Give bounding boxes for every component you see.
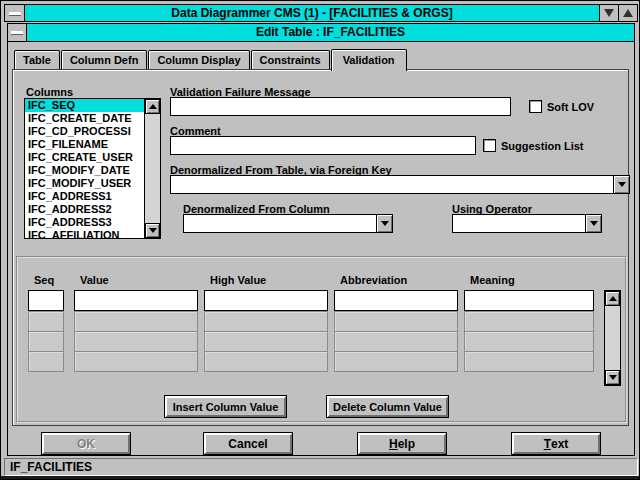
meaning-input[interactable]	[464, 290, 594, 311]
tab-bar: Table Column Defn Column Display Constra…	[14, 50, 408, 69]
grid-cell-empty	[28, 311, 64, 332]
control-menu-icon	[11, 31, 23, 34]
control-menu-icon	[9, 12, 21, 15]
tab-validation[interactable]: Validation	[331, 49, 407, 71]
columns-listbox[interactable]: IFC_SEQ IFC_CREATE_DATE IFC_CD_PROCESSI …	[24, 98, 161, 239]
tab-constraints[interactable]: Constraints	[251, 50, 330, 69]
soft-lov-label: Soft LOV	[547, 101, 594, 113]
maximize-icon	[623, 9, 633, 17]
scroll-up-icon	[149, 104, 157, 109]
list-item[interactable]: IFC_CREATE_USER	[25, 151, 144, 164]
app-window: Data Diagrammer CMS (1) - [FACILITIES & …	[0, 0, 640, 480]
list-item[interactable]: IFC_ADDRESS2	[25, 203, 144, 216]
list-item[interactable]: IFC_CD_PROCESSI	[25, 125, 144, 138]
scroll-up-icon	[609, 296, 617, 301]
ok-button[interactable]: OK	[41, 432, 131, 455]
grid-header-abbreviation: Abbreviation	[340, 274, 407, 286]
suggestion-list-label: Suggestion List	[501, 140, 584, 152]
using-operator-input[interactable]	[452, 214, 586, 233]
denormalized-from-table-dropdown-button[interactable]	[613, 175, 630, 194]
scroll-down-icon	[149, 228, 157, 233]
app-titlebar[interactable]: Data Diagrammer CMS (1) - [FACILITIES & …	[4, 4, 638, 22]
soft-lov-checkbox[interactable]	[529, 100, 542, 113]
grid-scrollbar[interactable]	[604, 290, 621, 386]
insert-column-value-button[interactable]: Insert Column Value	[164, 395, 287, 418]
help-accel: H	[389, 437, 398, 451]
denormalized-from-column-dropdown-button[interactable]	[376, 214, 393, 233]
tab-column-display[interactable]: Column Display	[148, 50, 249, 69]
grid-cell-empty	[204, 331, 328, 352]
grid-cell-empty	[464, 311, 594, 332]
denormalized-from-column-combo	[183, 214, 393, 233]
status-bar: IF_FACILITIES	[4, 458, 638, 476]
delete-column-value-button[interactable]: Delete Column Value	[326, 395, 449, 418]
comment-input[interactable]	[170, 136, 476, 155]
dropdown-icon	[618, 182, 626, 187]
edit-table-dialog: Edit Table : IF_FACILITIES Table Column …	[7, 23, 635, 456]
help-button[interactable]: Help	[357, 432, 447, 455]
suggestion-list-checkbox[interactable]	[483, 139, 496, 152]
list-item[interactable]: IFC_FILENAME	[25, 138, 144, 151]
dialog-titlebar[interactable]: Edit Table : IF_FACILITIES	[8, 24, 634, 42]
scroll-down-icon	[609, 375, 617, 380]
columns-scrollbar[interactable]	[144, 99, 160, 238]
validation-tab-panel: Columns IFC_SEQ IFC_CREATE_DATE IFC_CD_P…	[12, 69, 629, 426]
list-item[interactable]: IFC_SEQ	[25, 99, 144, 112]
grid-header-meaning: Meaning	[470, 274, 515, 286]
column-values-groupbox: Seq Value High Value Abbreviation Meanin…	[16, 256, 627, 423]
list-item[interactable]: IFC_ADDRESS1	[25, 190, 144, 203]
list-item[interactable]: IFC_ADDRESS3	[25, 216, 144, 229]
scroll-up-button[interactable]	[605, 291, 620, 306]
denormalized-from-table-input[interactable]	[170, 175, 614, 194]
seq-input[interactable]	[28, 290, 64, 311]
grid-cell-empty	[464, 351, 594, 372]
validation-failure-message-input[interactable]	[170, 97, 511, 116]
grid-cell-empty	[204, 351, 328, 372]
grid-header-value: Value	[80, 274, 109, 286]
grid-cell-empty	[464, 331, 594, 352]
list-item[interactable]: IFC_MODIFY_USER	[25, 177, 144, 190]
grid-cell-empty	[74, 351, 198, 372]
grid-cell-empty	[334, 351, 458, 372]
status-text: IF_FACILITIES	[10, 460, 92, 474]
dialog-control-menu-button[interactable]	[8, 24, 27, 41]
list-item[interactable]: IFC_CREATE_DATE	[25, 112, 144, 125]
abbreviation-input[interactable]	[334, 290, 458, 311]
tab-column-defn[interactable]: Column Defn	[61, 50, 147, 69]
denormalized-from-table-combo	[170, 175, 630, 194]
window-frame-edge	[1, 476, 639, 479]
high-value-input[interactable]	[204, 290, 328, 311]
minimize-button[interactable]	[599, 5, 618, 21]
list-item[interactable]: IFC_AFFILIATION	[25, 229, 144, 238]
minimize-icon	[604, 9, 614, 17]
text-accel: T	[544, 437, 551, 451]
dropdown-icon	[381, 221, 389, 226]
text-button[interactable]: Text	[511, 432, 601, 455]
text-rest: ext	[551, 437, 568, 451]
grid-cell-empty	[28, 351, 64, 372]
help-rest: elp	[398, 437, 415, 451]
scroll-up-button[interactable]	[145, 99, 160, 114]
using-operator-dropdown-button[interactable]	[585, 214, 602, 233]
maximize-button[interactable]	[618, 5, 637, 21]
scroll-down-button[interactable]	[605, 370, 620, 385]
grid-cell-empty	[74, 331, 198, 352]
scroll-down-button[interactable]	[145, 223, 160, 238]
value-input[interactable]	[74, 290, 198, 311]
columns-list: IFC_SEQ IFC_CREATE_DATE IFC_CD_PROCESSI …	[25, 99, 144, 238]
grid-cell-empty	[334, 311, 458, 332]
denormalized-from-column-input[interactable]	[183, 214, 377, 233]
app-control-menu-button[interactable]	[5, 5, 25, 21]
app-title: Data Diagrammer CMS (1) - [FACILITIES & …	[25, 5, 599, 21]
using-operator-combo	[452, 214, 602, 233]
columns-label: Columns	[26, 86, 73, 98]
dropdown-icon	[590, 221, 598, 226]
tab-table[interactable]: Table	[14, 50, 60, 69]
dialog-title: Edit Table : IF_FACILITIES	[27, 24, 634, 41]
cancel-button[interactable]: Cancel	[203, 432, 293, 455]
grid-header-high-value: High Value	[210, 274, 266, 286]
list-item[interactable]: IFC_MODIFY_DATE	[25, 164, 144, 177]
grid-cell-empty	[204, 311, 328, 332]
grid-header-seq: Seq	[34, 274, 54, 286]
grid-cell-empty	[74, 311, 198, 332]
